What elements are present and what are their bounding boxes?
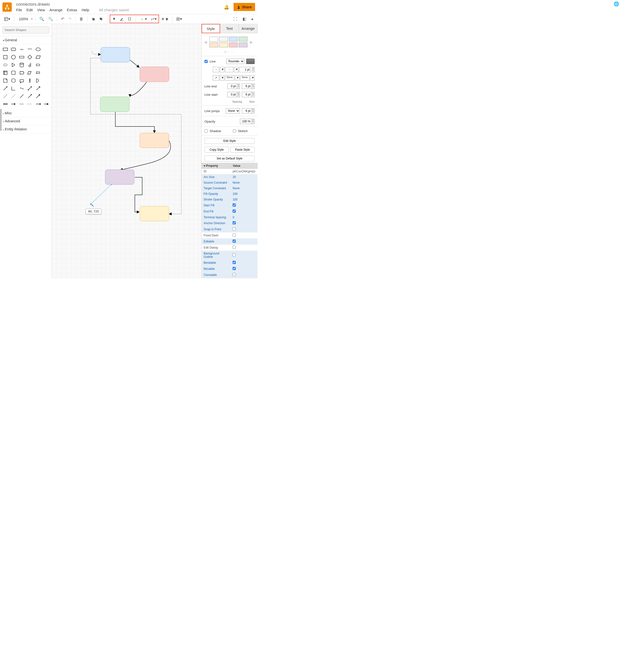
line-dash-menu[interactable]: ▼ <box>234 67 238 72</box>
delete-icon[interactable]: 🗑 <box>78 16 85 22</box>
opacity-input[interactable] <box>240 119 252 124</box>
shape-item[interactable] <box>27 70 33 76</box>
prop-row[interactable]: Deletable <box>202 278 257 278</box>
copy-style-button[interactable]: Copy Style <box>205 147 229 153</box>
shape-item[interactable] <box>27 93 33 99</box>
menu-arrange[interactable]: Arrange <box>49 8 62 12</box>
menu-edit[interactable]: Edit <box>26 8 33 12</box>
shape-item[interactable] <box>18 101 25 107</box>
to-front-icon[interactable] <box>90 16 97 22</box>
line-end-size[interactable] <box>242 83 252 89</box>
prop-checkbox[interactable] <box>233 273 236 276</box>
shape-item[interactable] <box>2 62 9 68</box>
menu-help[interactable]: Help <box>81 8 89 12</box>
edit-style-button[interactable]: Edit Style <box>205 138 254 144</box>
shape-item[interactable] <box>35 62 41 68</box>
shape-item[interactable] <box>10 93 17 99</box>
node-green[interactable] <box>100 97 130 112</box>
shape-item[interactable] <box>27 54 33 60</box>
shape-item[interactable] <box>10 101 17 107</box>
prop-row[interactable]: End Fill <box>202 209 257 215</box>
menu-extras[interactable]: Extras <box>67 8 77 12</box>
shape-item[interactable] <box>43 54 50 60</box>
line-start-spacing[interactable] <box>227 92 237 97</box>
end-none[interactable]: None <box>240 75 249 81</box>
shape-item[interactable] <box>35 101 41 107</box>
arrow-end-menu[interactable]: ▼ <box>220 67 224 72</box>
prop-row[interactable]: Movable <box>202 266 257 272</box>
line-checkbox[interactable] <box>205 60 208 63</box>
prop-row[interactable]: Fill Opacity100 <box>202 191 257 197</box>
shape-item[interactable]: Text <box>18 46 25 52</box>
node-blue[interactable] <box>101 47 130 62</box>
swatch[interactable] <box>209 42 218 47</box>
arrow-start[interactable]: ↗ <box>213 75 219 81</box>
shadow-checkbox[interactable] <box>205 129 208 133</box>
line-width-input[interactable] <box>239 67 251 72</box>
shape-item[interactable] <box>2 54 9 60</box>
paste-style-button[interactable]: Paste Style <box>230 147 255 153</box>
shape-item[interactable] <box>43 46 50 52</box>
shape-item[interactable] <box>35 93 41 99</box>
menu-file[interactable]: File <box>16 8 22 12</box>
prop-checkbox[interactable] <box>233 210 236 213</box>
prop-row[interactable]: Arc Size20 <box>202 174 257 180</box>
start-none[interactable]: None <box>225 75 234 81</box>
shape-item[interactable] <box>2 77 9 84</box>
prop-row[interactable]: Terminal Spacing0 <box>202 215 257 220</box>
prop-checkbox[interactable] <box>233 233 236 237</box>
prop-row[interactable]: Edit Dialog <box>202 245 257 251</box>
sketch-checkbox[interactable] <box>233 129 236 133</box>
node-purple[interactable] <box>105 170 134 185</box>
shape-item[interactable] <box>10 62 17 68</box>
shape-item[interactable] <box>18 77 25 84</box>
shape-item[interactable] <box>10 77 17 84</box>
shape-item[interactable] <box>35 54 41 60</box>
prop-row[interactable]: Stroke Opacity100 <box>202 197 257 202</box>
prop-row[interactable]: Fixed Dash <box>202 232 257 238</box>
notifications-icon[interactable]: 🔔 <box>224 4 229 10</box>
arrow-start-menu[interactable]: ▼ <box>220 75 224 81</box>
shape-item[interactable] <box>18 93 25 99</box>
line-end-spacing[interactable] <box>227 83 237 89</box>
prop-checkbox[interactable] <box>233 227 236 230</box>
shape-item[interactable] <box>43 70 50 76</box>
collapse-icon[interactable]: ▸ <box>250 15 255 22</box>
prop-row[interactable]: Target ConstraintNone <box>202 186 257 191</box>
default-style-button[interactable]: Set as Default Style <box>205 155 254 161</box>
swatch[interactable] <box>229 42 238 47</box>
connection-icon[interactable]: → ▾ <box>138 15 148 22</box>
line-color-swatch[interactable] <box>246 59 254 64</box>
shape-item[interactable] <box>2 85 9 91</box>
prop-row[interactable]: Bendable <box>202 260 257 266</box>
line-jumps-select[interactable]: None <box>226 108 240 114</box>
to-back-icon[interactable] <box>98 16 105 22</box>
tab-text[interactable]: Text <box>220 24 239 33</box>
sidebar-section-advanced[interactable]: Advanced <box>0 117 51 125</box>
prop-row[interactable]: Cloneable <box>202 272 257 278</box>
shape-item[interactable]: Heading <box>27 46 33 52</box>
node-yellow[interactable] <box>140 206 169 221</box>
prop-row[interactable]: Snap to Point <box>202 226 257 232</box>
prop-row[interactable]: Editable <box>202 238 257 245</box>
waypoint-icon[interactable]: ▾ <box>149 15 158 22</box>
swatch-next-icon[interactable]: ▶ <box>250 40 253 44</box>
swatch[interactable] <box>219 37 228 41</box>
shape-item[interactable] <box>10 46 17 52</box>
line-start-size[interactable] <box>242 92 252 97</box>
node-orange[interactable] <box>140 133 169 148</box>
prop-checkbox[interactable] <box>233 246 236 249</box>
swatch[interactable] <box>239 42 247 47</box>
prop-row[interactable]: Anchor Direction <box>202 220 257 226</box>
shape-item[interactable] <box>27 77 33 84</box>
line-color-icon[interactable] <box>118 16 125 22</box>
prop-checkbox[interactable] <box>233 253 236 256</box>
shape-item[interactable] <box>35 85 41 91</box>
shape-item[interactable] <box>10 85 17 91</box>
shape-item[interactable] <box>35 70 41 76</box>
shape-item[interactable] <box>35 77 41 84</box>
shape-item[interactable] <box>18 62 25 68</box>
shape-item[interactable] <box>2 93 9 99</box>
view-menu-button[interactable]: ▾ <box>2 15 12 22</box>
redo-icon[interactable]: ↷ <box>67 15 73 22</box>
